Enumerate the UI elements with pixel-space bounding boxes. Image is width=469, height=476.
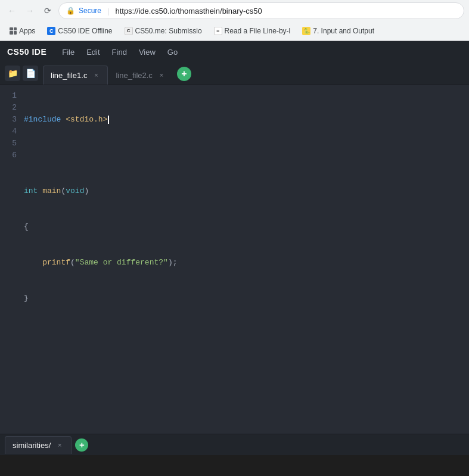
apps-grid-icon: [10, 27, 17, 35]
bottom-tabbar: similarities/ × +: [0, 434, 469, 455]
bookmarks-bar: Apps C CS50 IDE Offline C CS50.me: Submi…: [0, 21, 469, 41]
separator: |: [107, 7, 109, 15]
line-numbers: 1 2 3 4 5 6: [0, 85, 24, 434]
browser-navbar: ← → ⟳ 🔒 Secure | https://ide.cs50.io/tho…: [0, 0, 469, 21]
bottom-tab-add-button[interactable]: +: [75, 438, 88, 452]
menu-view[interactable]: View: [133, 44, 161, 60]
ide-app: CS50 IDE File Edit Find View Go 📁 📄 line…: [0, 41, 469, 455]
input-output-favicon: 🐍: [302, 27, 310, 35]
apps-label: Apps: [19, 27, 35, 35]
menu-file[interactable]: File: [56, 44, 80, 60]
ide-tabs: 📁 📄 line_file1.c × line_file2.c × +: [0, 63, 469, 85]
forward-button[interactable]: →: [23, 4, 37, 18]
cs50-offline-label: CS50 IDE Offline: [58, 27, 112, 35]
file-icon-button[interactable]: 📄: [23, 66, 38, 81]
add-tab-button[interactable]: +: [177, 67, 191, 81]
line-num-3: 3: [0, 114, 17, 126]
tab-line-file1[interactable]: line_file1.c ×: [43, 66, 108, 85]
code-line-2: [24, 150, 469, 161]
code-editor: 1 2 3 4 5 6 #include <stdio.h> int main(…: [0, 85, 469, 434]
tab-line-file2-label: line_file2.c: [116, 71, 152, 80]
folder-icon-button[interactable]: 📁: [5, 66, 20, 81]
reload-button[interactable]: ⟳: [41, 4, 55, 18]
cs50-offline-favicon: C: [47, 27, 55, 35]
code-line-4: {: [24, 221, 469, 233]
line-num-2: 2: [0, 102, 17, 114]
menu-find[interactable]: Find: [106, 44, 133, 60]
apps-bookmark[interactable]: Apps: [5, 24, 40, 38]
secure-label: Secure: [79, 7, 101, 15]
back-button[interactable]: ←: [5, 4, 19, 18]
ide-menubar: CS50 IDE File Edit Find View Go: [0, 41, 469, 63]
line-num-4: 4: [0, 126, 17, 138]
menu-edit[interactable]: Edit: [80, 44, 105, 60]
code-line-6: }: [24, 293, 469, 304]
read-file-label: Read a File Line-by-l: [225, 27, 291, 35]
bookmark-input-output[interactable]: 🐍 7. Input and Output: [297, 24, 379, 38]
bookmark-read-file[interactable]: ≡ Read a File Line-by-l: [209, 24, 296, 38]
menu-go[interactable]: Go: [161, 44, 184, 60]
ide-brand: CS50 IDE: [7, 47, 46, 57]
bottom-tab-similarities[interactable]: similarities/ ×: [5, 436, 72, 454]
line-num-1: 1: [0, 90, 17, 102]
line-num-6: 6: [0, 150, 17, 161]
bottom-tab-close[interactable]: ×: [55, 441, 64, 449]
cs50-submit-label: CS50.me: Submissio: [135, 27, 202, 35]
tab-line-file2-close[interactable]: ×: [157, 71, 166, 80]
ide-workspace-icons: 📁 📄: [5, 66, 38, 81]
tab-line-file2[interactable]: line_file2.c ×: [108, 66, 173, 85]
code-content[interactable]: #include <stdio.h> int main(void) { prin…: [24, 85, 469, 434]
code-line-1: #include <stdio.h>: [24, 114, 469, 126]
cs50-submit-favicon: C: [125, 27, 133, 35]
code-line-5: printf("Same or different?");: [24, 257, 469, 269]
bookmark-cs50-offline[interactable]: C CS50 IDE Offline: [42, 24, 117, 38]
bottom-tab-label: similarities/: [13, 441, 51, 450]
code-line-3: int main(void): [24, 185, 469, 197]
bookmark-cs50-submit[interactable]: C CS50.me: Submissio: [120, 24, 207, 38]
tab-line-file1-label: line_file1.c: [51, 71, 87, 80]
browser-chrome: ← → ⟳ 🔒 Secure | https://ide.cs50.io/tho…: [0, 0, 469, 41]
secure-icon: 🔒: [66, 7, 75, 15]
line-num-5: 5: [0, 138, 17, 150]
input-output-label: 7. Input and Output: [313, 27, 374, 35]
address-bar[interactable]: 🔒 Secure | https://ide.cs50.io/thomasthe…: [58, 2, 464, 19]
read-file-favicon: ≡: [214, 27, 222, 35]
tab-line-file1-close[interactable]: ×: [92, 71, 100, 80]
url-text: https://ide.cs50.io/thomasthein/binary-c…: [115, 7, 262, 15]
